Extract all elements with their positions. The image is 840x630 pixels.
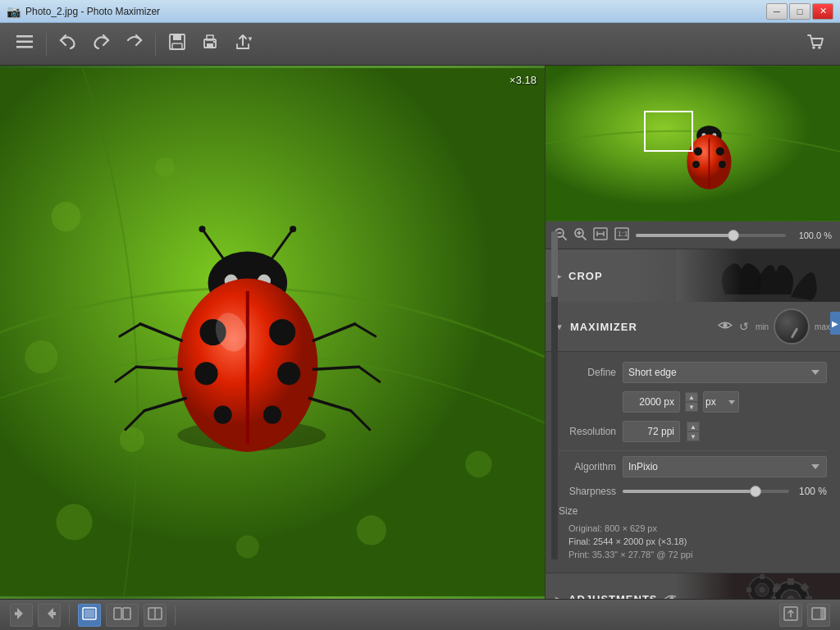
sidebar-toggle-icon — [811, 607, 826, 623]
compare-button[interactable] — [144, 604, 167, 627]
main-area: ×3.18 — [0, 66, 840, 599]
print-button[interactable] — [195, 30, 225, 59]
sharpness-slider[interactable] — [623, 490, 789, 493]
scrollbar-track[interactable] — [551, 231, 558, 559]
title-bar-icon: 📷 — [7, 5, 21, 18]
resolution-spin-down[interactable]: ▼ — [687, 431, 700, 441]
scrollbar-thumb[interactable] — [551, 231, 558, 297]
svg-rect-4 — [173, 34, 181, 40]
menu-button[interactable] — [10, 30, 39, 59]
close-button[interactable]: ✕ — [812, 3, 833, 20]
svg-rect-97 — [676, 573, 840, 599]
algorithm-select[interactable]: InPixio Lanczos Bicubic — [623, 456, 827, 477]
sharpness-value: 100 % — [796, 486, 827, 497]
canvas-area[interactable]: ×3.18 — [0, 66, 545, 599]
spin-down-button[interactable]: ▼ — [685, 402, 698, 412]
maximizer-knob[interactable] — [774, 308, 810, 345]
thumbnail-area — [546, 66, 840, 221]
fit-to-window-icon[interactable] — [593, 227, 608, 244]
sidebar-toggle-button[interactable] — [807, 604, 830, 627]
svg-line-67 — [582, 236, 586, 240]
undo-back-icon — [59, 34, 77, 54]
svg-line-63 — [563, 236, 566, 240]
svg-rect-100 — [53, 612, 56, 615]
zoom-in-icon[interactable] — [573, 227, 587, 243]
resolution-spin-up[interactable]: ▲ — [687, 422, 700, 431]
minimize-button[interactable]: ─ — [766, 3, 788, 20]
single-view-icon — [82, 607, 97, 623]
bottom-bar — [0, 599, 840, 630]
panel-toggle-button[interactable]: ▶ — [830, 312, 840, 335]
spin-up-button[interactable]: ▲ — [685, 392, 698, 402]
size-title: Size — [559, 505, 827, 517]
maximizer-label: MAXIMIZER — [570, 321, 637, 333]
crop-background-art — [676, 249, 840, 302]
svg-rect-111 — [820, 608, 825, 619]
split-view-button[interactable] — [106, 604, 139, 627]
maximizer-header[interactable]: ▼ MAXIMIZER ↺ min max — [546, 302, 840, 352]
cart-button[interactable] — [801, 30, 830, 59]
maximizer-icons: ↺ min max — [718, 308, 830, 345]
svg-point-29 — [290, 226, 296, 232]
zoom-value: 100.0 % — [792, 231, 832, 240]
spin-arrows: ▲ ▼ — [685, 392, 698, 412]
next-image-button[interactable] — [38, 604, 61, 627]
svg-rect-0 — [16, 35, 33, 38]
maximize-button[interactable]: □ — [789, 3, 810, 20]
actual-size-icon[interactable]: 1:1 — [614, 227, 629, 243]
adjustments-section[interactable]: ▶ ADJUSTMENTS — [546, 573, 840, 599]
right-panel: 1:1 100.0 % ▶ CROP — [545, 66, 840, 599]
thumbnail-image — [546, 66, 840, 221]
redo-icon — [125, 34, 143, 54]
sharpness-slider-thumb[interactable] — [750, 486, 761, 497]
content-separator — [559, 450, 827, 451]
undo-back-button[interactable] — [53, 30, 83, 59]
export-bottom-button[interactable] — [779, 604, 802, 627]
save-button[interactable] — [162, 30, 192, 59]
maximizer-eye-icon[interactable] — [718, 320, 733, 333]
svg-point-18 — [56, 504, 92, 540]
svg-rect-104 — [114, 608, 121, 619]
resolution-spin-arrows: ▲ ▼ — [687, 422, 700, 441]
define-row: Define Short edge Long edge Width Height — [559, 362, 827, 383]
maximizer-reset-icon[interactable]: ↺ — [739, 320, 749, 333]
title-bar: 📷 Photo_2.jpg - Photo Maximizer ─ □ ✕ — [0, 0, 840, 23]
zoom-slider-thumb[interactable] — [728, 230, 739, 241]
toolbar: ▼ — [0, 23, 840, 66]
print-size: Print: 35.33" × 27.78" @ 72 ppi — [559, 550, 827, 559]
undo-button[interactable] — [86, 30, 116, 59]
svg-rect-1 — [16, 41, 33, 43]
export-icon: ▼ — [234, 33, 252, 55]
pixel-value-input[interactable] — [623, 391, 680, 413]
svg-text:▼: ▼ — [247, 35, 252, 43]
sections-area[interactable]: ▶ CROP — [546, 249, 840, 599]
toolbar-separator-2 — [155, 33, 156, 56]
next-icon — [43, 608, 56, 622]
algorithm-label: Algorithm — [559, 461, 616, 472]
single-view-button[interactable] — [78, 604, 101, 627]
save-icon — [168, 33, 186, 55]
photo-svg — [0, 66, 545, 599]
svg-point-77 — [669, 596, 673, 600]
resolution-input[interactable] — [623, 421, 680, 442]
export-button[interactable]: ▼ — [228, 30, 258, 59]
svg-point-17 — [120, 427, 144, 452]
window-controls: ─ □ ✕ — [766, 3, 833, 20]
zoom-slider[interactable] — [636, 234, 786, 237]
unit-select[interactable]: px in cm — [703, 391, 739, 413]
define-select[interactable]: Short edge Long edge Width Height — [623, 362, 827, 383]
bottom-separator-2 — [175, 605, 176, 625]
knob-area: min max — [756, 308, 830, 345]
svg-point-58 — [716, 147, 724, 155]
crop-label: CROP — [568, 270, 603, 282]
redo-button[interactable] — [119, 30, 148, 59]
svg-rect-103 — [84, 609, 94, 618]
final-size: Final: 2544 × 2000 px (×3.18) — [559, 536, 827, 546]
svg-point-14 — [51, 202, 80, 231]
original-size: Original: 800 × 629 px — [559, 523, 827, 533]
svg-point-59 — [692, 161, 700, 168]
prev-image-button[interactable] — [10, 604, 33, 627]
algorithm-row: Algorithm InPixio Lanczos Bicubic — [559, 456, 827, 477]
svg-rect-2 — [16, 46, 33, 48]
crop-section[interactable]: ▶ CROP — [546, 249, 840, 302]
